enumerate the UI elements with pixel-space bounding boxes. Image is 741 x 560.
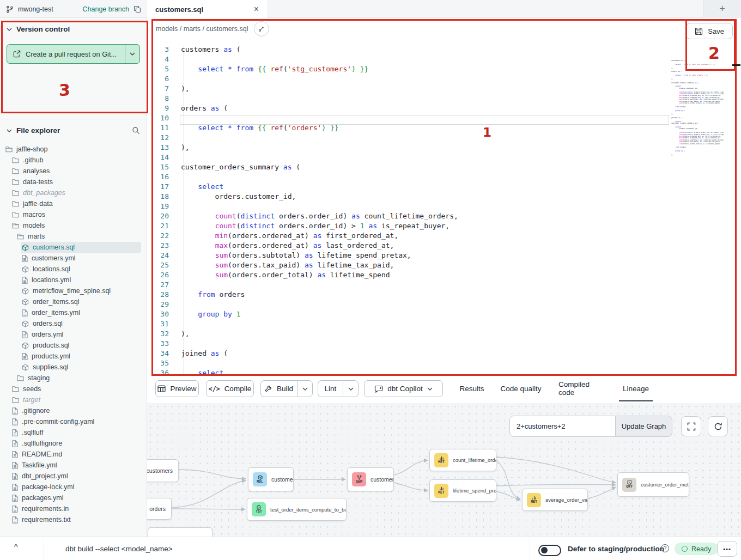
version-control-section: Version control Create a pull request on… [0, 18, 147, 119]
refresh-button[interactable] [708, 416, 728, 436]
lineage-node-customers[interactable]: MDLcustomers [248, 467, 294, 491]
line-number: 18 [147, 192, 169, 202]
model-icon [22, 288, 29, 295]
new-tab-button[interactable]: + [703, 0, 741, 18]
lint-dropdown-chevron[interactable] [343, 380, 359, 397]
tree-item-macros[interactable]: macros [11, 209, 147, 220]
tree-item-data-tests[interactable]: data-tests [11, 176, 147, 187]
tree-item-seeds[interactable]: seeds [11, 384, 147, 394]
version-control-header[interactable]: Version control [0, 18, 147, 38]
create-pr-button[interactable]: Create a pull request on Git... [7, 44, 140, 64]
update-graph-button[interactable]: Update Graph [615, 416, 672, 437]
tree-item-customers.sql[interactable]: customers.sql [21, 242, 141, 253]
code-line: customers as ( [181, 45, 458, 54]
build-label: Build [277, 385, 293, 393]
copy-icon[interactable] [133, 5, 141, 13]
tree-item-metricflow_time_spine.sql[interactable]: metricflow_time_spine.sql [21, 285, 147, 296]
tree-item-package-lock.yml[interactable]: package-lock.yml [11, 482, 147, 492]
model-icon [22, 320, 29, 327]
defer-toggle[interactable] [538, 545, 561, 556]
fullscreen-button[interactable] [681, 416, 701, 436]
change-branch-link[interactable]: Change branch [83, 5, 129, 13]
tree-item-requirements.in[interactable]: requirements.in [11, 503, 147, 514]
tab-code-quality[interactable]: Code quality [499, 376, 543, 401]
cli-command[interactable]: dbt build --select <model_name> [65, 537, 173, 560]
lineage-node-partial[interactable] [148, 527, 212, 537]
tree-item-dbt_project.yml[interactable]: dbt_project.yml [11, 471, 147, 482]
branch-name: mwong-test [18, 5, 53, 13]
tree-item-marts[interactable]: marts [16, 231, 147, 242]
tree-item-locations.yml[interactable]: locations.yml [21, 275, 147, 285]
tree-item-Taskfile.yml[interactable]: Taskfile.yml [11, 460, 147, 471]
tab-customers-sql[interactable]: customers.sql × [147, 0, 267, 19]
minimap[interactable]: customers as ( select * from {{ ref('stg… [671, 60, 724, 188]
tab-lineage[interactable]: Lineage [619, 376, 653, 401]
doc-icon [12, 440, 18, 447]
lineage-node-stg_customers[interactable]: stg_customers [147, 459, 179, 482]
line-number: 8 [147, 94, 169, 104]
tree-item-dbt_packages[interactable]: dbt_packages [11, 187, 147, 198]
more-options-button[interactable]: ••• [717, 541, 737, 557]
help-icon[interactable]: ? [661, 544, 669, 552]
code-editor[interactable]: 3456789101112131415161718192021222324252… [147, 39, 741, 376]
tree-item-analyses[interactable]: analyses [11, 166, 147, 176]
tree-item-.sqlfluffignore[interactable]: .sqlfluffignore [11, 438, 147, 449]
tab-results[interactable]: Results [458, 376, 486, 401]
external-link-icon [13, 50, 21, 58]
tree-item-.github[interactable]: .github [11, 155, 147, 166]
lineage-node-average_order_value[interactable]: METaverage_order_value [522, 489, 588, 511]
file-label: .github [23, 156, 44, 164]
save-icon [695, 27, 703, 35]
search-icon[interactable] [132, 126, 140, 135]
tree-item-jaffle-data[interactable]: jaffle-data [11, 198, 147, 209]
lint-button[interactable]: Lint [318, 380, 343, 397]
preview-button[interactable]: Preview [155, 380, 199, 397]
tree-item-customers.yml[interactable]: customers.yml [21, 253, 147, 264]
node-label: customers [271, 476, 294, 483]
tree-item-models[interactable]: models [11, 220, 147, 231]
build-button[interactable]: Build [260, 380, 297, 397]
tab-compiled-code[interactable]: Compiled code [558, 376, 608, 401]
tree-item-orders.sql[interactable]: orders.sql [21, 318, 147, 329]
file-label: locations.yml [32, 276, 71, 284]
caret-up-icon[interactable]: ^ [14, 543, 18, 551]
code-line: group by 1 [181, 309, 458, 319]
pr-dropdown-chevron[interactable] [125, 45, 139, 63]
code-line: ), [181, 84, 458, 94]
tree-item-packages.yml[interactable]: packages.yml [11, 492, 147, 503]
tree-item-README.md[interactable]: README.md [11, 449, 147, 460]
tree-item-.sqlfluff[interactable]: .sqlfluff [11, 427, 147, 438]
lineage-node-customers[interactable]: SEMcustomers [347, 467, 394, 491]
tree-item-order_items.sql[interactable]: order_items.sql [21, 296, 147, 307]
tree-item-requirements.txt[interactable]: requirements.txt [11, 514, 147, 525]
lineage-node-lifetime_spend_pretax[interactable]: METlifetime_spend_pretax [429, 479, 496, 502]
code-line [181, 319, 458, 329]
tree-item-locations.sql[interactable]: locations.sql [21, 264, 147, 275]
lineage-node-count_lifetime_orders[interactable]: METcount_lifetime_orders [429, 449, 496, 471]
build-dropdown-chevron[interactable] [297, 380, 313, 397]
tree-item-supplies.sql[interactable]: supplies.sql [21, 362, 147, 373]
tree-item-jaffle-shop[interactable]: jaffle-shop [4, 144, 147, 155]
code-line [181, 74, 458, 84]
save-button[interactable]: Save [686, 23, 733, 39]
tree-item-target[interactable]: target [11, 394, 147, 405]
close-icon[interactable]: × [254, 5, 259, 14]
tree-item-.gitignore[interactable]: .gitignore [11, 405, 147, 416]
tree-item-products.yml[interactable]: products.yml [21, 351, 147, 362]
line-number: 29 [147, 300, 169, 309]
lineage-node-orders[interactable]: orders [147, 498, 172, 520]
copilot-circle-button[interactable] [254, 21, 269, 36]
lineage-node-customer_order_metrics[interactable]: QRYcustomer_order_metrics [617, 472, 689, 497]
file-explorer-header[interactable]: File explorer [0, 119, 147, 139]
editor-pane: models / marts / customers.sql Save 3456… [147, 18, 741, 376]
tree-item-.pre-commit-config.yaml[interactable]: .pre-commit-config.yaml [11, 416, 147, 427]
dbt-copilot-button[interactable]: dbt Copilot [364, 380, 443, 397]
lineage-node-test_order_items_compute_to_bools...[interactable]: TSTtest_order_items_compute_to_bools... [247, 498, 347, 521]
lineage-search-input[interactable] [509, 416, 616, 437]
status-badge[interactable]: Ready [675, 543, 718, 555]
tree-item-orders.yml[interactable]: orders.yml [21, 329, 147, 340]
tree-item-staging[interactable]: staging [16, 373, 147, 384]
compile-button[interactable]: </> Compile [206, 380, 254, 397]
tree-item-products.sql[interactable]: products.sql [21, 340, 147, 351]
tree-item-order_items.yml[interactable]: order_items.yml [21, 307, 147, 318]
